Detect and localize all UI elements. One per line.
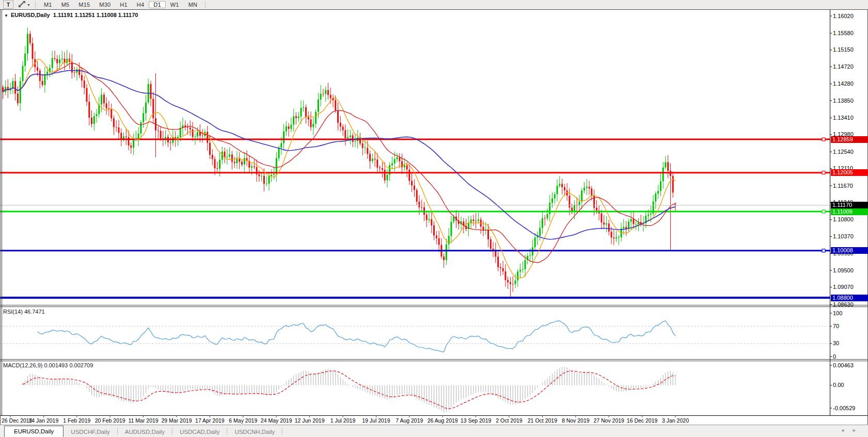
timeframe-button-MN[interactable]: MN [184,1,202,8]
price-axis-label: 1.11670 [833,183,853,189]
rsi-axis-label: 0 [833,353,836,360]
date-axis-label: 1 Jul 2019 [326,417,359,424]
date-axis-label: 6 May 2019 [227,417,260,424]
chart-area[interactable]: ▼EURUSD,Daily 1.11191 1.11251 1.11008 1.… [0,9,868,425]
rsi-axis-label: 100 [833,310,842,316]
timeframe-button-D1[interactable]: D1 [149,1,165,8]
macd-axis-label: 0.00463 [833,362,854,368]
timeframe-button-H4[interactable]: H4 [132,1,149,8]
date-axis-label: 26 Aug 2019 [426,417,459,424]
price-axis-label: 1.13850 [833,98,854,104]
symbol-dropdown-icon[interactable]: ▼ [4,13,8,18]
drawing-tool-button[interactable]: ▼ [17,1,32,8]
chart-tab-bar: EURUSD,DailyUSDCHF,DailyAUDUSD,DailyUSDC… [0,425,868,437]
moving-average-8 [3,59,675,278]
price-axis-label: 1.16020 [833,13,854,19]
chart-tab-AUDUSD[interactable]: AUDUSD,Daily [118,427,172,437]
text-tool-label: T [7,2,10,8]
date-axis-label: 29 Mar 2019 [160,417,193,424]
timeframe-button-M5[interactable]: M5 [57,1,74,8]
date-axis-label: 27 Nov 2019 [592,417,625,424]
tab-scroll-right-icon[interactable]: ► [852,428,864,433]
date-axis-label: 20 Feb 2019 [93,417,127,424]
tab-scroll-left-icon[interactable]: ◄ [840,428,852,433]
price-axis-label: 1.15580 [833,30,854,36]
date-axis-label: 8 Nov 2019 [559,417,592,424]
chart-title-symbol: EURUSD,Daily [11,12,50,18]
price-axis-label: 1.13410 [833,115,854,121]
timeframe-button-W1[interactable]: W1 [166,1,184,8]
date-axis-label: 11 Mar 2019 [127,417,160,424]
chart-tab-USDCHF[interactable]: USDCHF,Daily [64,427,117,437]
diagonal-arrows-icon [18,1,26,9]
chart-title: ▼EURUSD,Daily 1.11191 1.11251 1.11008 1.… [4,12,138,18]
date-axis-label: 24 May 2019 [260,417,293,424]
date-axis-label: 2 Oct 2019 [493,417,526,424]
price-axis-label: 1.10800 [833,216,854,222]
timeframe-button-M15[interactable]: M15 [74,1,94,8]
price-axis-label: 1.12540 [833,149,854,155]
horizontal-line-objects[interactable] [1,138,830,298]
timeframe-button-H1[interactable]: H1 [115,1,132,8]
price-line-badge: 1.11009 [831,208,868,215]
price-axis-label: 1.15150 [833,46,854,53]
dropdown-caret-icon: ▼ [27,3,30,7]
chart-tab-USDCAD[interactable]: USDCAD,Daily [172,427,227,437]
price-line-badge: 1.12859 [831,136,868,143]
price-line-badge: 1.12005 [831,169,868,176]
price-line-badge: 1.10008 [831,247,868,254]
date-axis-label: 17 Apr 2019 [193,417,226,424]
price-axis-label: 1.09070 [833,284,854,290]
price-chart-canvas [1,10,867,424]
macd-axis-label: -0.00529 [833,405,855,411]
rsi-axis-label: 70 [833,323,839,329]
date-axis-label: 21 Oct 2019 [526,417,559,424]
candlesticks [2,28,676,298]
current-price-badge: 1.11170 [831,202,868,208]
price-axis-label: 1.08630 [833,301,854,307]
toolbar-separator [205,2,206,8]
date-axis-label: 16 Dec 2019 [626,417,659,424]
timeframe-button-M1[interactable]: M1 [39,1,57,8]
price-axis-label: 1.14720 [833,63,854,70]
price-axis-label: 1.09500 [833,267,854,273]
rsi-line [38,321,675,352]
chart-tab-EURUSD[interactable]: EURUSD,Daily [4,426,64,437]
macd-axis-label: 0.00 [833,382,844,388]
chart-title-ohlc: 1.11191 1.11251 1.11008 1.11170 [53,12,138,18]
price-axis-label: 1.10370 [833,233,854,239]
macd-indicator-label: MACD(12,26,9) 0.001493 0.002709 [3,362,93,368]
metatrader-window: T ▼ M1M5M15M30H1H4D1W1MN ▼EURUSD,Daily 1… [0,0,868,437]
date-axis-label: 7 Aug 2019 [393,417,426,424]
price-line-badge: 1.08800 [831,295,868,301]
rsi-indicator-label: RSI(14) 46.7471 [3,309,45,315]
toolbar-separator [35,2,36,8]
timeframe-button-M30[interactable]: M30 [94,1,115,8]
date-axis-label: 14 Jan 2019 [27,417,60,424]
tab-separator [282,428,282,435]
date-axis-label: 13 Sep 2019 [460,417,493,424]
macd-signal-line [23,371,675,409]
chart-tab-USDCNH[interactable]: USDCNH,Daily [227,427,282,437]
toolbar: T ▼ M1M5M15M30H1H4D1W1MN [0,0,868,10]
rsi-axis-label: 30 [833,340,839,346]
tab-scroll-arrows: ◄► [840,428,864,433]
date-axis-label: 3 Jan 2020 [659,417,692,424]
date-axis-label: 19 Jul 2019 [359,417,392,424]
date-axis-label: 1 Feb 2019 [60,417,93,424]
price-axis-label: 1.14280 [833,80,854,87]
text-tool-button[interactable]: T [3,1,13,9]
macd-histogram [18,367,675,413]
date-axis-label: 12 Jun 2019 [293,417,326,424]
timeframe-buttons: M1M5M15M30H1H4D1W1MN [39,1,202,8]
